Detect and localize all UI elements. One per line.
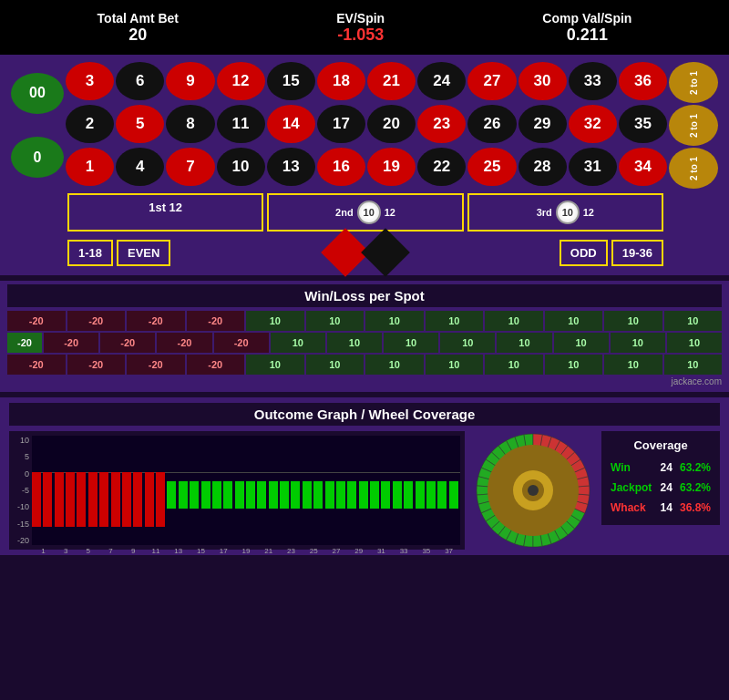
double-zero[interactable]: 00 [11,73,64,114]
wheel-pin [528,485,539,496]
ev-spin: EV/Spin -1.053 [336,11,385,45]
wl-cell: 10 [497,333,551,353]
x-label: 1 [32,547,55,555]
x-label: 9 [122,547,145,555]
wl-cell: 10 [306,355,364,375]
number-1[interactable]: 1 [66,148,114,186]
number-2[interactable]: 2 [66,105,114,143]
second-dozen[interactable]: 2nd 10 12 [267,193,463,232]
number-4[interactable]: 4 [116,148,164,186]
wl-cell: -20 [187,355,245,375]
bar [370,481,379,509]
number-17[interactable]: 17 [317,105,365,143]
whack-values: 14 36.8% [661,501,711,514]
wl-cell: -20 [214,333,269,353]
number-24[interactable]: 24 [417,62,466,100]
number-11[interactable]: 11 [217,105,265,143]
bottom-bets-row: 1-18 EVEN ODD 19-36 [67,235,663,270]
jackace-credit: jackace.com [7,376,722,386]
outcome-section: Outcome Graph / Wheel Coverage 10 5 0 -5… [0,397,729,555]
number-33[interactable]: 33 [569,62,617,100]
roulette-table: 00 0 36912151821242730333625811141720232… [0,55,729,275]
bar [55,472,64,527]
bar [88,472,98,527]
number-25[interactable]: 25 [467,148,516,186]
wl-cell: -20 [127,355,185,375]
total-amt-bet: Total Amt Bet 20 [98,11,179,45]
number-15[interactable]: 15 [267,62,315,100]
number-32[interactable]: 32 [569,105,617,143]
side-bet-mid[interactable]: 2 to 1 [669,105,718,146]
number-8[interactable]: 8 [166,105,214,143]
bar [359,481,368,509]
jackpot-label: Jackpot [611,481,652,494]
x-label: 15 [190,547,212,555]
bar [336,481,345,509]
wl-cell: 10 [246,311,304,331]
bet-19-36[interactable]: 19-36 [611,240,663,266]
number-26[interactable]: 26 [467,105,516,143]
bar [122,472,131,527]
number-22[interactable]: 22 [417,148,466,186]
number-23[interactable]: 23 [417,105,466,143]
number-29[interactable]: 29 [519,105,567,143]
number-34[interactable]: 34 [619,148,667,186]
x-label: 37 [437,547,460,555]
number-36[interactable]: 36 [619,62,667,100]
bar [437,481,447,509]
win-label: Win [611,461,631,474]
number-35[interactable]: 35 [619,105,667,143]
number-16[interactable]: 16 [317,148,365,186]
wl-cell: 10 [664,355,723,375]
number-31[interactable]: 31 [569,148,617,186]
number-6[interactable]: 6 [116,62,164,100]
number-10[interactable]: 10 [217,148,265,186]
number-13[interactable]: 13 [267,148,315,186]
bar [347,481,356,509]
bet-odd[interactable]: ODD [560,240,608,266]
bars-area [32,436,460,545]
x-axis: 135791113151719212325272931333537 [32,547,460,555]
wl-cell: -20 [67,355,126,375]
side-bet-top[interactable]: 2 to 1 [669,62,718,103]
wl-cell: 10 [384,333,438,353]
chart-area: 10 5 0 -5 -10 -15 -20 [14,436,460,545]
bet-1-18[interactable]: 1-18 [67,240,113,266]
number-7[interactable]: 7 [166,148,214,186]
number-3[interactable]: 3 [66,62,114,100]
side-bet-bot[interactable]: 2 to 1 [669,148,718,189]
diamonds-area [174,235,555,270]
wl-row-1: -20-20-20-201010101010101010 [7,311,722,331]
number-12[interactable]: 12 [217,62,265,100]
total-amt-bet-label: Total Amt Bet [98,11,179,26]
wl-green-cell: -20 [7,333,42,353]
roulette-grid: 00 0 36912151821242730333625811141720232… [11,62,718,189]
dozen-chip-1: 10 [357,201,381,224]
y-axis: 10 5 0 -5 -10 -15 -20 [14,436,32,545]
x-label: 7 [99,547,122,555]
bar-chart: 10 5 0 -5 -10 -15 -20 135791113151719212… [9,431,465,550]
wl-cell: 10 [426,355,484,375]
number-9[interactable]: 9 [166,62,214,100]
zero-column: 00 0 [11,62,64,189]
bet-even[interactable]: EVEN [117,240,170,266]
bar [404,481,413,509]
number-27[interactable]: 27 [467,62,516,100]
wl-row-2-inner: -20-20-20-201010101010101010 [44,333,722,353]
number-30[interactable]: 30 [519,62,567,100]
number-14[interactable]: 14 [267,105,315,143]
single-zero[interactable]: 0 [11,137,64,178]
number-20[interactable]: 20 [367,105,416,143]
number-5[interactable]: 5 [116,105,164,143]
black-diamond[interactable] [361,228,410,277]
number-18[interactable]: 18 [317,62,365,100]
whack-count: 14 [661,501,673,514]
number-grid: 3691215182124273033362581114172023262932… [66,62,667,189]
first-dozen[interactable]: 1st 12 [67,193,263,232]
number-28[interactable]: 28 [519,148,567,186]
number-19[interactable]: 19 [367,148,416,186]
wl-row-2: -20 -20-20-20-201010101010101010 [7,333,722,353]
wheel-container [474,431,592,550]
number-21[interactable]: 21 [367,62,416,100]
third-dozen[interactable]: 3rd 10 12 [467,193,663,232]
